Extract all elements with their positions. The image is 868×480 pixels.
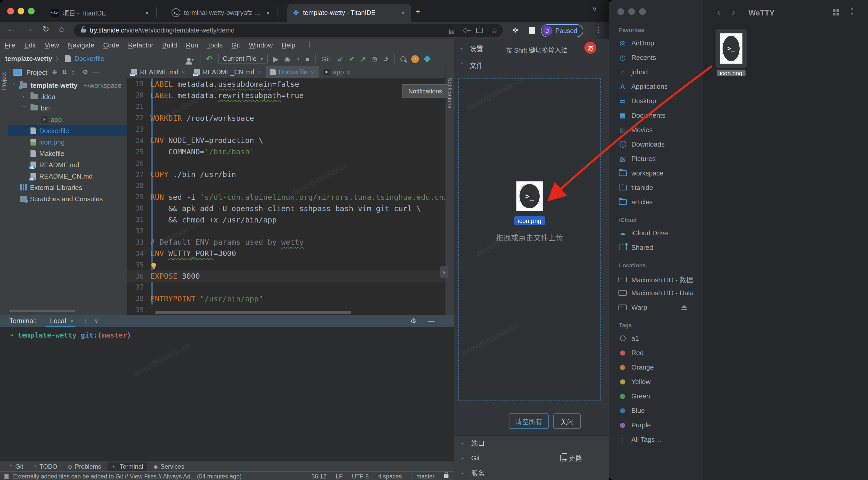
menu-edit[interactable]: Edit (24, 41, 36, 49)
code-line[interactable]: 22WORKDIR /root/workspace (127, 112, 445, 124)
tree-item-icon-png[interactable]: icon.png (8, 136, 127, 148)
project-stripe-tab[interactable]: Project (1, 72, 7, 90)
reload-icon[interactable]: ↻ (42, 24, 49, 34)
sidebar-item-warp[interactable]: Warp (618, 304, 686, 311)
sidebar-item-articles[interactable]: articles (618, 198, 653, 206)
editor-tab-close-icon[interactable]: × (347, 69, 350, 75)
code-line[interactable]: 24ENV NODE_ENV=production \ (127, 135, 445, 146)
code-line[interactable]: 37 (127, 282, 445, 293)
browser-tab[interactable]: >_terminal-wetty-bwqryafz - Tita× (166, 4, 276, 22)
code-line[interactable]: 23 (127, 124, 445, 135)
code-line[interactable]: 36EXPOSE 3000 (127, 270, 445, 282)
sidebar-item-yellow[interactable]: Yellow (618, 378, 650, 385)
editor-tab-dockerfile[interactable]: Dockerfile× (265, 66, 318, 78)
minimize-window-button[interactable] (18, 8, 24, 14)
new-tab-button[interactable]: + (411, 5, 425, 19)
menu-git[interactable]: Git (231, 41, 240, 49)
breadcrumb-project[interactable]: template-wetty (5, 55, 52, 62)
zoom-window-button[interactable] (28, 8, 35, 14)
history-clock-icon[interactable]: ◷ (371, 55, 377, 63)
clear-all-button[interactable]: 清空所有 (509, 413, 549, 429)
code-line[interactable]: 30 && apk add -U openssh-client sshpass … (127, 203, 445, 214)
sidebar-item-all-tags-[interactable]: ◌All Tags… (618, 436, 661, 443)
caret-position[interactable]: 36:12 (312, 473, 327, 479)
status-window-icon[interactable]: ▣ (4, 473, 9, 479)
editor-tab-readme-md[interactable]: README.md× (127, 66, 190, 78)
tab-close-icon[interactable]: × (400, 9, 406, 16)
breadcrumb-file[interactable]: Dockerfile (74, 55, 104, 62)
git-commit-icon[interactable]: ✔ (349, 55, 354, 63)
files-section-header[interactable]: › 文件 (460, 60, 483, 70)
sidebar-item-macintosh-hd-data[interactable]: Macintosh HD - Data (618, 289, 693, 297)
line-separator[interactable]: LF (336, 473, 343, 479)
settings-section-header[interactable]: › 设置 (460, 43, 483, 53)
toolwindow-git[interactable]: ᛘGit (5, 462, 27, 471)
sidebar-item-purple[interactable]: Purple (618, 421, 651, 429)
editor-tab-close-icon[interactable]: × (311, 69, 314, 75)
share-icon[interactable] (476, 28, 483, 33)
code-line[interactable]: 34ENV WETTY_PORT=3000 (127, 248, 445, 259)
file-upload-dropzone[interactable]: >_ icon.png 拖拽或点击文件上传 (458, 78, 601, 401)
code-line[interactable]: 26 (127, 158, 445, 169)
finder-close-button[interactable] (617, 8, 624, 15)
code-line[interactable]: 28 (127, 180, 445, 192)
editor-expand-chevron[interactable]: › (440, 266, 448, 278)
finder-forward-icon[interactable]: › (732, 7, 735, 18)
menu-run[interactable]: Run (186, 41, 198, 49)
undo-icon[interactable]: ↺ (383, 55, 389, 63)
expand-all-icon[interactable]: ⇅ (62, 69, 67, 76)
code-line[interactable]: 32 (127, 225, 445, 237)
panel-section-服务[interactable]: ›服务 (454, 466, 609, 480)
sidebar-item-green[interactable]: Green (618, 392, 650, 400)
address-bar[interactable]: try.titanide.cn/ide/web/coding/template-… (74, 24, 503, 37)
menu-tools[interactable]: Tools (207, 41, 223, 49)
code-line[interactable]: 27COPY ./bin /usr/bin (127, 169, 445, 180)
close-window-button[interactable] (7, 8, 14, 14)
status-message[interactable]: Externally added files can be added to G… (13, 473, 242, 479)
bookmark-star-icon[interactable]: ☆ (492, 27, 498, 34)
code-line[interactable]: 35 (127, 259, 445, 271)
profiler-icon[interactable]: ◔ (296, 55, 300, 63)
collapse-all-icon[interactable]: ↨ (71, 69, 75, 76)
clipboard-icon[interactable]: ▤ (448, 27, 455, 34)
sidebar-item-macintosh-hd-[interactable]: Macintosh HD - 数据 (618, 275, 693, 284)
code-line[interactable]: 29RUN sed -i 's/dl-cdn.alpinelinux.org/m… (127, 192, 445, 203)
run-icon[interactable]: ▶ (273, 55, 278, 63)
code-editor[interactable]: 19LABEL metadata.usesubdomain=false20LAB… (127, 78, 445, 315)
close-button[interactable]: 关闭 (553, 413, 581, 429)
code-line[interactable]: 38ENTRYPOINT "/usr/bin/app" (127, 293, 445, 305)
tree-item-dockerfile[interactable]: Dockerfile (8, 125, 127, 136)
back-icon[interactable]: ← (7, 24, 16, 34)
menu-build[interactable]: Build (162, 41, 177, 49)
finder-minimize-button[interactable] (628, 8, 635, 15)
password-key-icon[interactable] (464, 28, 468, 33)
intention-bulb-icon[interactable] (151, 263, 156, 267)
menu-window[interactable]: Window (249, 41, 273, 49)
panel-section-端口[interactable]: ›端口 (454, 436, 609, 451)
sidebar-item-recents[interactable]: ◷Recents (618, 54, 656, 61)
tree-item-scratches-and-consoles[interactable]: Scratches and Consoles (8, 193, 127, 204)
menu-view[interactable]: View (45, 41, 59, 49)
code-line[interactable]: 33# Default ENV params used by wetty (127, 237, 445, 248)
run-config-dropdown[interactable]: Current File▾ (218, 54, 268, 64)
browser-sidebar-icon[interactable] (529, 27, 535, 34)
clone-button[interactable]: 克隆 (560, 453, 582, 463)
finder-file-icon-png[interactable]: >_ icon.png (715, 29, 747, 76)
menu-refactor[interactable]: Refactor (128, 41, 153, 49)
sidebar-item-orange[interactable]: Orange (618, 363, 654, 371)
sidebar-item-applications[interactable]: AApplications (618, 82, 668, 90)
tab-search-chevron-icon[interactable]: ∨ (592, 5, 597, 13)
toolwindow-todo[interactable]: ≡TODO (29, 462, 61, 471)
sidebar-item-workspace[interactable]: workspace (618, 169, 663, 177)
stop-icon[interactable]: ■ (305, 55, 309, 63)
browser-menu-kebab-icon[interactable]: ⋮ (595, 26, 602, 34)
terminal-body[interactable]: ➜ template-wetty git:(master) (0, 327, 454, 461)
sidebar-item-a1[interactable]: a1 (618, 335, 639, 342)
finder-zoom-button[interactable] (639, 8, 646, 15)
terminal-tab-local[interactable]: Local (50, 317, 66, 325)
sidebar-item-pictures[interactable]: ▧Pictures (618, 155, 656, 163)
home-icon[interactable]: ⌂ (59, 24, 64, 34)
panel-section-git[interactable]: ›Git克隆 (454, 451, 609, 466)
tree-chevron-icon[interactable]: › (22, 106, 28, 110)
rollback-arrow-icon[interactable]: ↶ (206, 54, 212, 64)
